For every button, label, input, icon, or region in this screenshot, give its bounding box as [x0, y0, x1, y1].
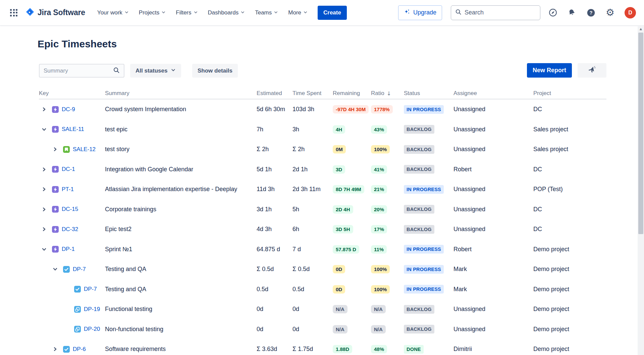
- column-header-ratio[interactable]: Ratio↓: [371, 90, 404, 97]
- chevron-right-icon[interactable]: [39, 106, 52, 112]
- remaining-badge: 0M: [333, 145, 346, 153]
- gear-icon[interactable]: ⚙︎: [605, 8, 615, 17]
- chevron-right-icon[interactable]: [39, 186, 52, 192]
- issue-key-link[interactable]: SALE-11: [62, 126, 84, 133]
- time-spent-value: 2d 3h 11m: [292, 186, 321, 193]
- project-name: Demo project: [533, 326, 569, 333]
- estimated-value: 0d: [257, 306, 263, 313]
- search-input[interactable]: [465, 9, 536, 16]
- table-row: DC-9Crowd system Implementation5d 6h 30m…: [39, 99, 606, 120]
- table-row: DP-1Sprint №164.875 d7 d57.875 D11%IN PR…: [39, 239, 606, 260]
- column-header-estimated[interactable]: Estimated: [257, 90, 292, 97]
- compass-icon[interactable]: [548, 8, 557, 17]
- issue-key-link[interactable]: DP-6: [73, 346, 86, 353]
- assignee-name: Mark: [453, 266, 467, 273]
- assignee-name: Mark: [453, 286, 467, 293]
- issue-key-link[interactable]: DP-20: [84, 326, 100, 332]
- table-body: DC-9Crowd system Implementation5d 6h 30m…: [39, 99, 606, 355]
- assignee-name: Unassigned: [453, 306, 485, 313]
- chevron-down-icon[interactable]: [39, 247, 52, 252]
- column-header-time-spent[interactable]: Time Spent: [292, 90, 333, 97]
- issue-key-link[interactable]: PT-1: [62, 186, 74, 193]
- nav-item-label: Filters: [176, 9, 191, 16]
- column-header-label: Ratio: [371, 90, 384, 97]
- chevron-down-icon[interactable]: [50, 266, 63, 272]
- remaining-badge: 0D: [333, 265, 345, 273]
- nav-item-dashboards[interactable]: Dashboards: [208, 9, 245, 16]
- task-icon: [63, 266, 73, 273]
- time-spent-value: 0.5d: [292, 286, 304, 293]
- new-report-button[interactable]: New Report: [527, 63, 572, 78]
- nav-item-teams[interactable]: Teams: [255, 9, 278, 16]
- nav-item-more[interactable]: More: [288, 9, 308, 16]
- status-badge: IN PROGRESS: [404, 245, 444, 254]
- column-header-status[interactable]: Status: [404, 90, 453, 97]
- epic-icon: [52, 206, 62, 213]
- remaining-badge: 4H: [333, 125, 345, 134]
- notifications-icon[interactable]: [567, 8, 577, 17]
- global-search[interactable]: [451, 5, 540, 20]
- chevron-right-icon[interactable]: [50, 146, 63, 152]
- status-filter-label: All statuses: [136, 68, 167, 74]
- table-row: DP-7Testing and QA0.5d0.5d0D100%IN PROGR…: [39, 279, 606, 300]
- chevron-right-icon[interactable]: [39, 207, 52, 212]
- issue-summary: Integration with Google Calendar: [105, 166, 193, 173]
- status-badge: IN PROGRESS: [404, 265, 444, 274]
- summary-filter-input[interactable]: [44, 68, 113, 74]
- report-announcement-button[interactable]: [578, 63, 606, 78]
- scroll-up-arrow-icon[interactable]: ▲: [638, 26, 644, 32]
- ratio-badge: 41%: [371, 165, 387, 174]
- issue-key-link[interactable]: DC-1: [62, 166, 75, 173]
- chevron-down-icon[interactable]: [39, 127, 52, 132]
- project-name: Demo project: [533, 346, 569, 353]
- status-badge: DONE: [404, 345, 424, 354]
- issue-key-link[interactable]: DP-7: [84, 286, 97, 293]
- column-header-summary[interactable]: Summary: [105, 90, 257, 97]
- create-button[interactable]: Create: [318, 6, 347, 20]
- issue-key-link[interactable]: DP-7: [73, 266, 86, 273]
- issue-key-link[interactable]: SALE-12: [73, 146, 96, 153]
- upgrade-button[interactable]: Upgrade: [398, 5, 442, 20]
- estimated-value: 3d 1h: [257, 206, 272, 213]
- column-header-remaining[interactable]: Remaining: [333, 90, 371, 97]
- time-spent-value: 103d 3h: [292, 106, 314, 113]
- scrollbar-thumb[interactable]: [638, 33, 643, 234]
- issue-key-link[interactable]: DC-9: [62, 106, 75, 113]
- column-header-key[interactable]: Key: [39, 90, 105, 97]
- summary-filter[interactable]: [39, 64, 124, 78]
- time-spent-value: 5h: [292, 206, 299, 213]
- estimated-value: 0d: [257, 326, 263, 333]
- issue-key-link[interactable]: DC-15: [62, 206, 78, 213]
- issue-key-link[interactable]: DP-19: [84, 306, 100, 313]
- svg-text:?: ?: [590, 10, 593, 15]
- app-switcher-icon[interactable]: [10, 9, 17, 16]
- remaining-badge: 3D: [333, 165, 345, 174]
- app-name: Jira Software: [38, 8, 85, 17]
- column-header-label: Project: [533, 90, 551, 97]
- status-badge: IN PROGRESS: [404, 105, 444, 114]
- estimated-value: 64.875 d: [257, 246, 280, 253]
- nav-icon-cluster: ? ⚙︎ D: [548, 7, 636, 18]
- nav-right: Upgrade: [398, 5, 636, 20]
- nav-item-filters[interactable]: Filters: [176, 9, 198, 16]
- column-header-assignee[interactable]: Assignee: [453, 90, 533, 97]
- chevron-right-icon[interactable]: [39, 167, 52, 172]
- nav-item-label: Projects: [139, 9, 159, 16]
- chevron-right-icon[interactable]: [39, 226, 52, 232]
- status-filter-dropdown[interactable]: All statuses: [130, 64, 181, 78]
- chevron-right-icon[interactable]: [50, 346, 63, 352]
- column-header-project[interactable]: Project: [533, 90, 606, 97]
- issue-key-link[interactable]: DP-1: [62, 246, 75, 253]
- show-details-button[interactable]: Show details: [192, 64, 238, 78]
- chevron-down-icon: [303, 9, 308, 16]
- nav-item-projects[interactable]: Projects: [139, 9, 166, 16]
- remaining-badge: N/A: [333, 325, 347, 334]
- issue-key-link[interactable]: DC-32: [62, 226, 78, 233]
- help-icon[interactable]: ?: [586, 8, 596, 17]
- table-row: DC-15Corporate trainings3d 1h5h2D 4H20%B…: [39, 199, 606, 220]
- estimated-value: Σ 0.5d: [257, 266, 274, 273]
- vertical-scrollbar[interactable]: ▲: [638, 26, 644, 355]
- jira-logo[interactable]: Jira Software: [25, 7, 85, 18]
- user-avatar[interactable]: D: [625, 7, 636, 18]
- nav-item-your-work[interactable]: Your work: [97, 9, 129, 16]
